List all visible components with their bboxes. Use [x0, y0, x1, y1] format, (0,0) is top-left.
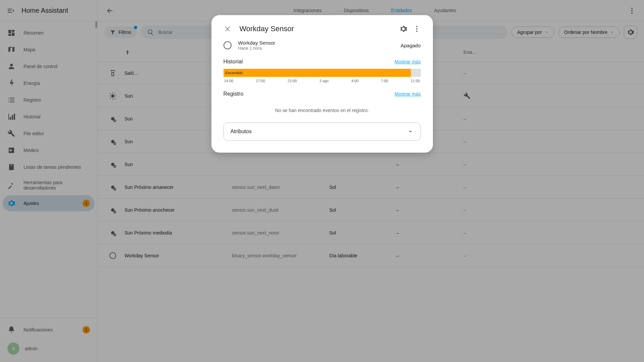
log-more-link[interactable]: Mostrar más — [395, 91, 421, 97]
gear-icon — [399, 25, 407, 33]
time-label: 3 ago — [319, 79, 329, 83]
status-info: Workday Sensor Hace 1 hora — [238, 40, 401, 51]
history-section-head: Historial Mostrar más — [224, 59, 421, 65]
attributes-label: Atributos — [231, 128, 252, 135]
time-label: 21:00 — [288, 79, 297, 83]
dialog-settings-button[interactable] — [399, 25, 407, 33]
time-label: 7:00 — [381, 79, 388, 83]
svg-point-17 — [416, 26, 417, 27]
history-more-link[interactable]: Mostrar más — [395, 59, 421, 64]
entity-name: Workday Sensor — [238, 40, 401, 46]
state-value: Apagado — [400, 43, 420, 48]
time-label: 4:00 — [351, 79, 358, 83]
dialog-title: Workday Sensor — [240, 24, 394, 33]
history-time-labels: 14:0017:0021:003 ago4:007:0011:00 — [224, 79, 421, 83]
more-vert-icon — [413, 25, 421, 33]
state-circle-icon — [224, 41, 232, 49]
dialog-more-button[interactable] — [413, 25, 421, 33]
svg-point-18 — [416, 28, 417, 30]
log-section-head: Registro Mostrar más — [224, 91, 421, 97]
attributes-expander[interactable]: Atributos — [224, 122, 421, 141]
entity-dialog: Workday Sensor Workday Sensor Hace 1 hor… — [211, 15, 433, 153]
chevron-down-icon — [407, 128, 414, 135]
log-title: Registro — [224, 91, 244, 97]
modal-overlay[interactable]: Workday Sensor Workday Sensor Hace 1 hor… — [0, 0, 644, 362]
time-label: 14:00 — [224, 79, 234, 83]
last-change: Hace 1 hora — [238, 46, 401, 51]
log-empty-message: No se han encontrado eventos en el regis… — [224, 101, 421, 122]
time-label: 11:00 — [411, 79, 420, 83]
close-button[interactable] — [224, 25, 232, 33]
dialog-header: Workday Sensor — [224, 24, 421, 33]
history-bar: Encendido — [224, 69, 421, 77]
time-label: 17:00 — [256, 79, 265, 83]
history-on-segment: Encendido — [224, 69, 411, 77]
history-title: Historial — [224, 59, 243, 65]
status-row: Workday Sensor Hace 1 hora Apagado — [224, 40, 421, 51]
svg-point-19 — [416, 31, 417, 32]
